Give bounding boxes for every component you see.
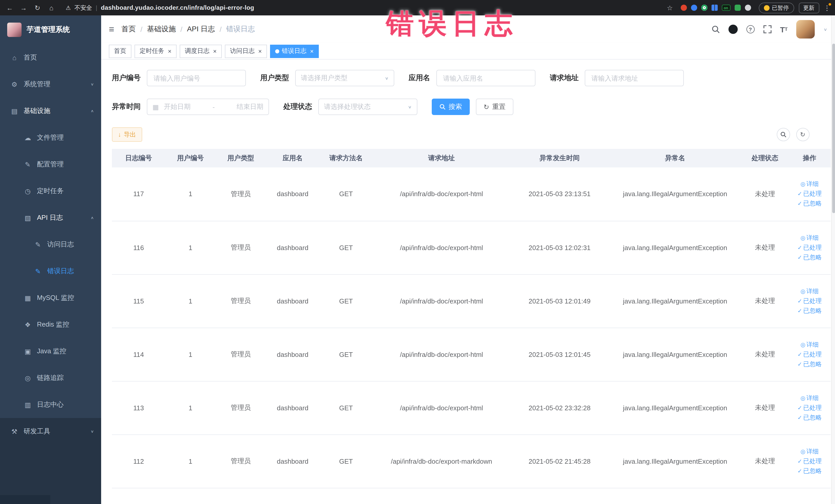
- sidebar-item-trace[interactable]: ◎ 链路追踪: [0, 365, 101, 391]
- sidebar-item-file[interactable]: ☁ 文件管理: [0, 124, 101, 151]
- scrollbar-thumb[interactable]: [832, 44, 835, 213]
- sidebar-item-infra[interactable]: ▤ 基础设施 ∧: [0, 98, 101, 124]
- extension-icon-5[interactable]: [734, 5, 740, 11]
- logo[interactable]: 芋道管理系统: [0, 15, 101, 44]
- sidebar-item-system[interactable]: ⚙ 系统管理 ∨: [0, 71, 101, 98]
- cell-status: 未处理: [741, 274, 789, 328]
- ignored-link[interactable]: ✓已忽略: [789, 359, 831, 369]
- address-bar[interactable]: ⚠ 不安全 | dashboard.yudao.iocoder.cn/infra…: [66, 4, 254, 12]
- reload-icon[interactable]: ↻: [33, 4, 42, 12]
- ignored-link[interactable]: ✓已忽略: [789, 199, 831, 209]
- sidebar-item-label: 定时任务: [37, 186, 64, 196]
- process-status-select[interactable]: 请选择处理状态 ∨: [318, 99, 418, 115]
- sidebar-item-home[interactable]: ⌂ 首页: [0, 44, 101, 71]
- hamburger-icon[interactable]: ≡: [109, 24, 114, 35]
- breadcrumb-infra[interactable]: 基础设施: [147, 25, 176, 34]
- close-icon[interactable]: ×: [310, 47, 314, 55]
- sidebar-item-error-log[interactable]: ✎ 错误日志: [0, 258, 101, 284]
- date-range-picker[interactable]: ▦ 开始日期 - 结束日期: [147, 99, 269, 115]
- bookmark-star-icon[interactable]: ☆: [667, 4, 673, 12]
- sidebar-item-job[interactable]: ◷ 定时任务: [0, 178, 101, 204]
- help-icon[interactable]: ?: [746, 25, 754, 33]
- table-row: 115 1 管理员 dashboard GET /api/infra/db-do…: [112, 274, 831, 328]
- tab-access-log[interactable]: 访问日志 ×: [225, 44, 267, 58]
- tab-job[interactable]: 定时任务 ×: [135, 44, 177, 58]
- tab-error-log[interactable]: 错误日志 ×: [270, 44, 319, 58]
- app-name-input[interactable]: [436, 70, 535, 86]
- forward-icon[interactable]: →: [19, 4, 28, 12]
- close-icon[interactable]: ×: [258, 47, 262, 55]
- check-icon: ✓: [797, 467, 802, 474]
- sidebar-item-java[interactable]: ▣ Java 监控: [0, 338, 101, 365]
- chevron-down-icon: ∨: [90, 429, 94, 434]
- sidebar-item-redis[interactable]: ❖ Redis 监控: [0, 311, 101, 338]
- check-icon: ✓: [797, 201, 802, 207]
- hide-search-button[interactable]: [776, 128, 790, 141]
- detail-link[interactable]: ◎详细: [789, 446, 831, 456]
- processed-link[interactable]: ✓已处理: [789, 296, 831, 306]
- extension-icon-1[interactable]: [680, 5, 687, 11]
- url-text[interactable]: dashboard.yudao.iocoder.cn/infra/log/api…: [101, 4, 254, 11]
- github-icon[interactable]: [728, 25, 737, 34]
- paused-badge[interactable]: 已暂停: [758, 2, 794, 13]
- avatar[interactable]: [796, 20, 815, 39]
- extension-icon-4[interactable]: [711, 5, 717, 11]
- search-icon[interactable]: [711, 25, 719, 33]
- update-button[interactable]: 更新: [798, 2, 819, 13]
- sidebar-item-mysql[interactable]: ▦ MySQL 监控: [0, 284, 101, 311]
- processed-link[interactable]: ✓已处理: [789, 349, 831, 359]
- start-date-placeholder[interactable]: 开始日期: [164, 102, 191, 112]
- tab-job-log[interactable]: 调度日志 ×: [180, 44, 222, 58]
- detail-link[interactable]: ◎详细: [789, 233, 831, 243]
- ignored-link[interactable]: ✓已忽略: [789, 253, 831, 262]
- home-icon[interactable]: ⌂: [47, 4, 56, 12]
- table-row: 112 1 管理员 dashboard GET /api/infra/db-do…: [112, 435, 831, 488]
- user-type-select[interactable]: 请选择用户类型 ∨: [295, 70, 394, 86]
- refresh-table-button[interactable]: ↻: [796, 128, 809, 141]
- breadcrumb-home[interactable]: 首页: [121, 25, 136, 34]
- sidebar-item-config[interactable]: ✎ 配置管理: [0, 151, 101, 178]
- detail-link[interactable]: ◎详细: [789, 340, 831, 349]
- ignored-link[interactable]: ✓已忽略: [789, 306, 831, 316]
- tab-home[interactable]: 首页: [109, 44, 131, 58]
- ignored-link[interactable]: ✓已忽略: [789, 412, 831, 422]
- sidebar-item-access-log[interactable]: ✎ 访问日志: [0, 231, 101, 258]
- processed-link[interactable]: ✓已处理: [789, 456, 831, 466]
- processed-link[interactable]: ✓已处理: [789, 189, 831, 199]
- security-label[interactable]: 不安全: [75, 4, 92, 12]
- annotation-overlay-text: 错误日志: [386, 5, 517, 43]
- browser-menu-icon[interactable]: ⋮: [824, 4, 830, 12]
- request-url-input[interactable]: [585, 70, 684, 86]
- extension-icon-3[interactable]: [701, 5, 707, 11]
- detail-link[interactable]: ◎详细: [789, 180, 831, 189]
- font-size-icon[interactable]: TT: [780, 25, 788, 34]
- processed-link[interactable]: ✓已处理: [789, 403, 831, 412]
- sidebar-item-log-center[interactable]: ▥ 日志中心: [0, 391, 101, 418]
- chevron-down-icon[interactable]: ∨: [823, 27, 827, 32]
- fullscreen-icon[interactable]: [763, 25, 771, 33]
- close-icon[interactable]: ×: [213, 47, 217, 55]
- eye-icon: ◎: [800, 448, 805, 454]
- detail-link[interactable]: ◎详细: [789, 393, 831, 403]
- reset-button[interactable]: ↻ 重置: [476, 99, 513, 115]
- sidebar-item-dev-tools[interactable]: ⚒ 研发工具 ∨: [0, 418, 101, 445]
- detail-link[interactable]: ◎详细: [789, 286, 831, 296]
- eye-icon: ◎: [800, 288, 805, 294]
- user-id-input[interactable]: [147, 70, 246, 86]
- sidebar-collapse-strip[interactable]: [0, 495, 50, 504]
- processed-link[interactable]: ✓已处理: [789, 243, 831, 253]
- extension-icon-2[interactable]: [691, 5, 697, 11]
- close-icon[interactable]: ×: [168, 47, 171, 55]
- back-icon[interactable]: ←: [5, 4, 14, 12]
- sidebar-item-label: 配置管理: [37, 160, 64, 169]
- end-date-placeholder[interactable]: 结束日期: [237, 102, 263, 112]
- sidebar-item-api-log[interactable]: ▧ API 日志 ∧: [0, 204, 101, 231]
- error-log-table: 日志编号 用户编号 用户类型 应用名 请求方法名 请求地址 异常发生时间 异常名…: [112, 149, 831, 488]
- export-button[interactable]: ↓ 导出: [112, 127, 142, 142]
- extension-icon-6[interactable]: [745, 5, 751, 11]
- cell-actions: ◎详细 ✓已处理 ✓已忽略: [789, 328, 831, 381]
- breadcrumb-api-log[interactable]: API 日志: [187, 25, 215, 34]
- ignored-link[interactable]: ✓已忽略: [789, 466, 831, 476]
- search-button[interactable]: 搜索: [432, 99, 470, 115]
- extension-icon-on[interactable]: on: [721, 5, 730, 11]
